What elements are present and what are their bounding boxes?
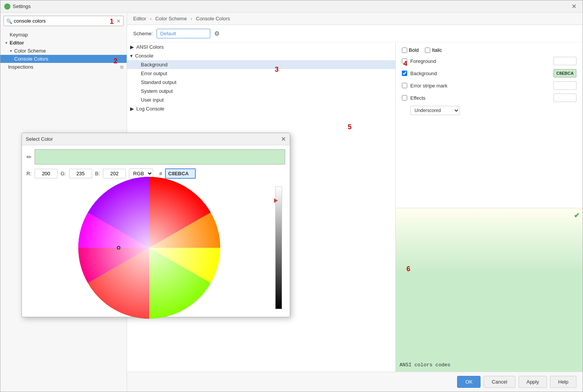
background-hex-label: C8EBCA	[554, 69, 576, 77]
bold-label: Bold	[409, 47, 419, 53]
scheme-select[interactable]: Default Darcula High contrast Monokai	[157, 29, 210, 38]
app-icon	[4, 3, 10, 10]
error-stripe-row: Error stripe mark	[402, 81, 576, 90]
foreground-label: Foreground	[410, 58, 550, 64]
settings-window: Settings ✕ 🔍 ✕ Keymap ▾ Editor	[0, 0, 583, 392]
error-stripe-checkbox[interactable]	[402, 83, 407, 88]
clear-icon[interactable]: ✕	[116, 18, 121, 24]
help-button[interactable]: Help	[550, 376, 576, 388]
preview-text: ANSI colors codes	[400, 362, 451, 368]
sidebar-item-label: Editor	[10, 40, 124, 46]
props-preview-area: Bold Italic Foreground	[396, 43, 583, 372]
italic-checkbox[interactable]	[425, 48, 430, 53]
search-icon: 🔍	[6, 18, 12, 24]
checkmark-icon: ✔	[574, 211, 580, 220]
bold-checkbox[interactable]	[402, 48, 407, 53]
effects-swatch[interactable]	[553, 94, 576, 102]
console-item[interactable]: ▾ Console	[127, 51, 395, 60]
error-stripe-label: Error stripe mark	[410, 83, 550, 89]
slider-handle[interactable]	[274, 198, 278, 203]
item-label: User input	[141, 97, 164, 103]
system-output-item[interactable]: System output	[127, 87, 395, 96]
background-color-swatch[interactable]: C8EBCA	[553, 69, 576, 77]
brightness-slider-wrap	[274, 186, 284, 313]
effects-dropdown-row: Underscored Bold underscored Underwaved …	[402, 106, 576, 115]
background-row: Background C8EBCA	[402, 69, 576, 77]
r-label: R:	[26, 171, 31, 176]
g-label: G:	[61, 171, 66, 176]
item-label: Background	[141, 62, 167, 68]
foreground-swatch[interactable]	[553, 57, 576, 65]
sidebar-item-label: Keymap	[10, 32, 124, 38]
color-dialog: Select Color ✕ ✏ R: G: B: RGBHSBHex #	[21, 133, 290, 317]
ok-button[interactable]: OK	[457, 376, 481, 388]
color-wheel-container	[26, 183, 285, 313]
item-label: ANSI Colors	[136, 44, 164, 50]
scheme-row: Scheme: Default Darcula High contrast Mo…	[127, 25, 583, 43]
breadcrumb-console-colors: Console Colors	[196, 16, 230, 21]
item-label: Standard output	[141, 79, 177, 85]
gear-icon[interactable]: ⚙	[214, 30, 220, 37]
sidebar-item-label: Inspections	[8, 64, 120, 70]
close-button[interactable]: ✕	[569, 2, 579, 11]
effects-row: Effects	[402, 94, 576, 102]
arrow-icon: ▾	[3, 40, 9, 46]
dialog-title-bar: Select Color ✕	[22, 133, 290, 145]
error-output-item[interactable]: Error output	[127, 69, 395, 78]
search-box: 🔍 ✕	[3, 16, 124, 26]
preview-area: ✔ ANSI colors codes	[396, 208, 583, 372]
eyedropper-icon[interactable]: ✏	[26, 153, 31, 161]
arrow-right-icon: ▶	[130, 106, 134, 112]
dialog-body: ✏ R: G: B: RGBHSBHex #	[22, 145, 290, 317]
item-label: Console	[135, 53, 154, 59]
sidebar-item-console-colors[interactable]: Console Colors	[0, 55, 127, 63]
log-console-item[interactable]: ▶ Log Console	[127, 104, 395, 113]
search-input[interactable]	[3, 16, 124, 26]
window-title: Settings	[13, 3, 569, 9]
svg-point-0	[78, 177, 220, 319]
bold-italic-row: Bold Italic	[402, 47, 576, 53]
scheme-label: Scheme:	[133, 31, 153, 36]
color-preview-box[interactable]	[35, 149, 285, 165]
color-wheel-svg[interactable]	[76, 175, 222, 321]
arrow-right-icon: ▶	[130, 44, 134, 50]
effects-checkbox[interactable]	[402, 95, 407, 100]
bottom-bar: OK Cancel Apply Help	[127, 372, 583, 392]
italic-item: Italic	[425, 47, 442, 53]
color-wheel-wrapper[interactable]	[28, 183, 271, 313]
arrow-icon	[3, 32, 9, 38]
bold-item: Bold	[402, 47, 419, 53]
properties-panel: Bold Italic Foreground	[396, 43, 583, 208]
title-bar: Settings ✕	[0, 0, 583, 13]
foreground-row: Foreground	[402, 57, 576, 65]
user-input-item[interactable]: User input	[127, 96, 395, 104]
dialog-close-button[interactable]: ✕	[281, 135, 286, 143]
sidebar-item-keymap[interactable]: Keymap	[0, 31, 127, 39]
effects-select[interactable]: Underscored Bold underscored Underwaved …	[410, 106, 460, 115]
foreground-checkbox[interactable]	[402, 58, 407, 64]
cancel-button[interactable]: Cancel	[484, 376, 515, 388]
effects-select-wrap: Underscored Bold underscored Underwaved …	[410, 106, 460, 115]
italic-label: Italic	[432, 47, 442, 53]
breadcrumb-color-scheme: Color Scheme	[155, 16, 187, 21]
ansi-colors-item[interactable]: ▶ ANSI Colors	[127, 43, 395, 51]
arrow-down-icon: ▾	[130, 53, 133, 59]
standard-output-item[interactable]: Standard output	[127, 78, 395, 87]
effects-label: Effects	[410, 95, 550, 101]
apply-button[interactable]: Apply	[519, 376, 547, 388]
background-checkbox[interactable]	[402, 71, 407, 76]
brightness-slider[interactable]	[275, 186, 282, 309]
sidebar-item-editor[interactable]: ▾ Editor	[0, 39, 127, 47]
color-preview-row: ✏	[26, 149, 285, 165]
background-label: Background	[410, 71, 550, 76]
error-stripe-swatch[interactable]	[553, 81, 576, 90]
arrow-icon: ▾	[8, 48, 13, 54]
r-input[interactable]	[35, 169, 58, 178]
sidebar-item-label: Color Scheme	[14, 48, 124, 54]
sidebar-item-inspections[interactable]: Inspections ⧉	[0, 63, 127, 71]
background-item[interactable]: Background	[127, 60, 395, 69]
breadcrumb-editor: Editor	[133, 16, 146, 21]
sidebar-item-color-scheme[interactable]: ▾ Color Scheme	[0, 47, 127, 55]
sidebar-item-label: Console Colors	[14, 56, 124, 62]
breadcrumb: Editor › Color Scheme › Console Colors	[127, 13, 583, 25]
